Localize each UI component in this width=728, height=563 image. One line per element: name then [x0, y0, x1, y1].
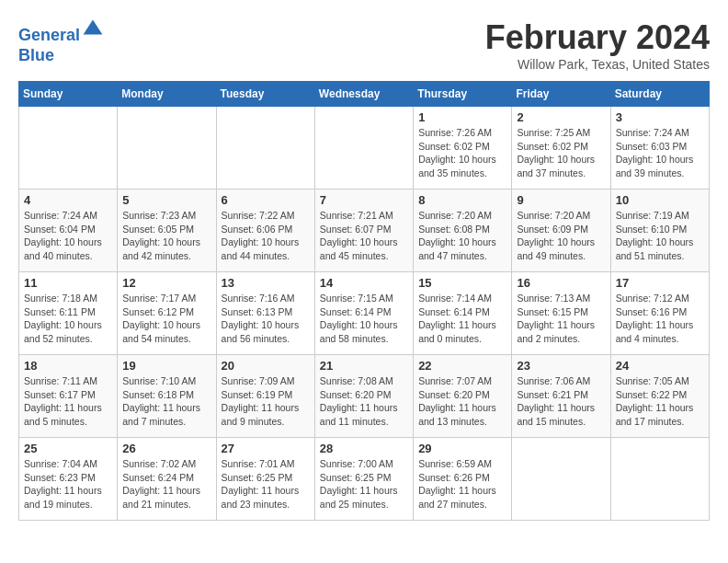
day-info: Sunrise: 7:15 AM Sunset: 6:14 PM Dayligh… — [320, 292, 408, 346]
day-info: Sunrise: 7:05 AM Sunset: 6:22 PM Dayligh… — [616, 374, 704, 429]
day-number: 4 — [24, 193, 112, 207]
calendar-cell: 8Sunrise: 7:20 AM Sunset: 6:08 PM Daylig… — [414, 190, 512, 272]
day-number: 26 — [122, 442, 210, 455]
calendar-cell: 11Sunrise: 7:18 AM Sunset: 6:11 PM Dayli… — [19, 272, 118, 355]
day-info: Sunrise: 7:07 AM Sunset: 6:20 PM Dayligh… — [418, 374, 506, 429]
day-info: Sunrise: 7:20 AM Sunset: 6:08 PM Dayligh… — [418, 209, 506, 263]
calendar-cell: 2Sunrise: 7:25 AM Sunset: 6:02 PM Daylig… — [512, 107, 610, 190]
calendar-cell: 9Sunrise: 7:20 AM Sunset: 6:09 PM Daylig… — [512, 190, 610, 272]
day-info: Sunrise: 7:24 AM Sunset: 6:04 PM Dayligh… — [24, 209, 112, 263]
week-row-2: 4Sunrise: 7:24 AM Sunset: 6:04 PM Daylig… — [19, 190, 710, 272]
day-info: Sunrise: 7:04 AM Sunset: 6:23 PM Dayligh… — [24, 457, 112, 511]
calendar-cell: 20Sunrise: 7:09 AM Sunset: 6:19 PM Dayli… — [216, 355, 314, 438]
calendar-cell: 27Sunrise: 7:01 AM Sunset: 6:25 PM Dayli… — [216, 438, 314, 521]
day-number: 27 — [222, 442, 310, 455]
day-number: 8 — [418, 193, 506, 207]
day-info: Sunrise: 7:25 AM Sunset: 6:02 PM Dayligh… — [517, 126, 605, 180]
day-number: 23 — [517, 359, 605, 373]
day-info: Sunrise: 7:09 AM Sunset: 6:19 PM Dayligh… — [222, 374, 310, 429]
calendar-cell — [19, 107, 118, 190]
day-number: 28 — [320, 442, 408, 455]
header-row: SundayMondayTuesdayWednesdayThursdayFrid… — [19, 82, 710, 107]
logo-general: General — [18, 26, 80, 44]
calendar-cell: 23Sunrise: 7:06 AM Sunset: 6:21 PM Dayli… — [512, 355, 610, 438]
day-info: Sunrise: 7:14 AM Sunset: 6:14 PM Dayligh… — [418, 292, 506, 346]
day-info: Sunrise: 7:12 AM Sunset: 6:16 PM Dayligh… — [616, 292, 704, 346]
calendar-body: 1Sunrise: 7:26 AM Sunset: 6:02 PM Daylig… — [19, 107, 710, 521]
day-info: Sunrise: 7:23 AM Sunset: 6:05 PM Dayligh… — [122, 209, 210, 263]
day-number: 15 — [418, 276, 506, 290]
calendar-cell: 1Sunrise: 7:26 AM Sunset: 6:02 PM Daylig… — [414, 107, 512, 190]
calendar-cell — [118, 107, 216, 190]
svg-marker-0 — [84, 20, 103, 35]
calendar-cell — [314, 107, 413, 190]
day-info: Sunrise: 7:26 AM Sunset: 6:02 PM Dayligh… — [418, 126, 506, 180]
day-number: 13 — [222, 276, 310, 290]
calendar-cell: 18Sunrise: 7:11 AM Sunset: 6:17 PM Dayli… — [19, 355, 118, 438]
day-number: 17 — [616, 276, 704, 290]
day-number: 9 — [517, 193, 605, 207]
header-day-sunday: Sunday — [19, 82, 118, 107]
calendar-cell: 3Sunrise: 7:24 AM Sunset: 6:03 PM Daylig… — [610, 107, 709, 190]
header-day-tuesday: Tuesday — [216, 82, 314, 107]
day-info: Sunrise: 6:59 AM Sunset: 6:26 PM Dayligh… — [418, 457, 506, 511]
calendar-cell: 17Sunrise: 7:12 AM Sunset: 6:16 PM Dayli… — [610, 272, 709, 355]
week-row-5: 25Sunrise: 7:04 AM Sunset: 6:23 PM Dayli… — [19, 438, 710, 521]
calendar-cell: 5Sunrise: 7:23 AM Sunset: 6:05 PM Daylig… — [118, 190, 216, 272]
day-number: 2 — [517, 110, 605, 124]
calendar-cell: 26Sunrise: 7:02 AM Sunset: 6:24 PM Dayli… — [118, 438, 216, 521]
day-number: 5 — [122, 193, 210, 207]
day-info: Sunrise: 7:00 AM Sunset: 6:25 PM Dayligh… — [320, 457, 408, 511]
calendar-header: SundayMondayTuesdayWednesdayThursdayFrid… — [19, 82, 710, 107]
day-number: 24 — [616, 359, 704, 373]
week-row-1: 1Sunrise: 7:26 AM Sunset: 6:02 PM Daylig… — [19, 107, 710, 190]
calendar-cell: 6Sunrise: 7:22 AM Sunset: 6:06 PM Daylig… — [216, 190, 314, 272]
day-info: Sunrise: 7:18 AM Sunset: 6:11 PM Dayligh… — [24, 292, 112, 346]
day-number: 22 — [418, 359, 506, 373]
day-number: 7 — [320, 193, 408, 207]
day-number: 29 — [418, 442, 506, 455]
calendar-cell: 12Sunrise: 7:17 AM Sunset: 6:12 PM Dayli… — [118, 272, 216, 355]
day-info: Sunrise: 7:16 AM Sunset: 6:13 PM Dayligh… — [222, 292, 310, 346]
day-info: Sunrise: 7:01 AM Sunset: 6:25 PM Dayligh… — [222, 457, 310, 511]
day-info: Sunrise: 7:08 AM Sunset: 6:20 PM Dayligh… — [320, 374, 408, 429]
day-number: 14 — [320, 276, 408, 290]
day-number: 16 — [517, 276, 605, 290]
calendar-cell: 24Sunrise: 7:05 AM Sunset: 6:22 PM Dayli… — [610, 355, 709, 438]
day-info: Sunrise: 7:06 AM Sunset: 6:21 PM Dayligh… — [517, 374, 605, 429]
day-number: 6 — [222, 193, 310, 207]
day-info: Sunrise: 7:11 AM Sunset: 6:17 PM Dayligh… — [24, 374, 112, 429]
day-info: Sunrise: 7:21 AM Sunset: 6:07 PM Dayligh… — [320, 209, 408, 263]
calendar-cell: 7Sunrise: 7:21 AM Sunset: 6:07 PM Daylig… — [314, 190, 413, 272]
day-number: 3 — [616, 110, 704, 124]
month-title: February 2024 — [485, 18, 710, 57]
calendar-cell: 19Sunrise: 7:10 AM Sunset: 6:18 PM Dayli… — [118, 355, 216, 438]
day-number: 21 — [320, 359, 408, 373]
day-info: Sunrise: 7:22 AM Sunset: 6:06 PM Dayligh… — [222, 209, 310, 263]
day-info: Sunrise: 7:10 AM Sunset: 6:18 PM Dayligh… — [122, 374, 210, 429]
calendar-cell: 22Sunrise: 7:07 AM Sunset: 6:20 PM Dayli… — [414, 355, 512, 438]
calendar-cell: 29Sunrise: 6:59 AM Sunset: 6:26 PM Dayli… — [414, 438, 512, 521]
day-info: Sunrise: 7:24 AM Sunset: 6:03 PM Dayligh… — [616, 126, 704, 180]
calendar-cell: 25Sunrise: 7:04 AM Sunset: 6:23 PM Dayli… — [19, 438, 118, 521]
day-number: 12 — [122, 276, 210, 290]
logo-text: General — [18, 18, 104, 46]
logo: General Blue — [18, 18, 104, 65]
calendar-cell: 28Sunrise: 7:00 AM Sunset: 6:25 PM Dayli… — [314, 438, 413, 521]
header-day-monday: Monday — [118, 82, 216, 107]
calendar-cell: 16Sunrise: 7:13 AM Sunset: 6:15 PM Dayli… — [512, 272, 610, 355]
calendar-cell: 21Sunrise: 7:08 AM Sunset: 6:20 PM Dayli… — [314, 355, 413, 438]
page-header: General Blue February 2024 Willow Park, … — [18, 18, 710, 72]
calendar-cell — [610, 438, 709, 521]
logo-icon — [82, 18, 104, 40]
header-day-friday: Friday — [512, 82, 610, 107]
day-number: 18 — [24, 359, 112, 373]
calendar-cell: 10Sunrise: 7:19 AM Sunset: 6:10 PM Dayli… — [610, 190, 709, 272]
day-number: 25 — [24, 442, 112, 455]
calendar-cell: 13Sunrise: 7:16 AM Sunset: 6:13 PM Dayli… — [216, 272, 314, 355]
header-day-thursday: Thursday — [414, 82, 512, 107]
location: Willow Park, Texas, United States — [485, 57, 710, 72]
calendar-cell: 15Sunrise: 7:14 AM Sunset: 6:14 PM Dayli… — [414, 272, 512, 355]
day-number: 20 — [222, 359, 310, 373]
logo-blue: Blue — [18, 46, 104, 66]
